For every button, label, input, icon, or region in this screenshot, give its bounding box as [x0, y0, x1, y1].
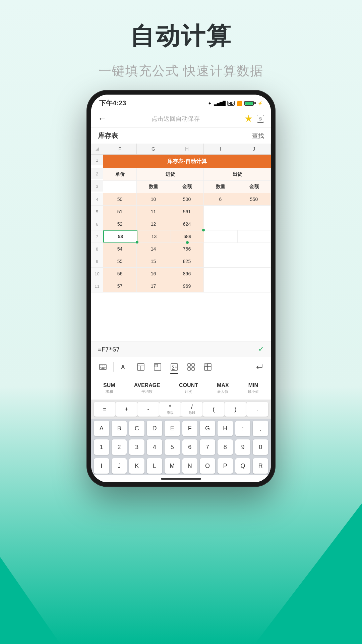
cell-J7[interactable]	[238, 230, 271, 243]
keyboard-toggle-button[interactable]	[97, 361, 109, 373]
key-C[interactable]: C	[129, 421, 144, 436]
func-sum-button[interactable]: SUM 求和	[98, 380, 121, 396]
cell-I9[interactable]	[204, 255, 237, 267]
key-A[interactable]: A	[94, 421, 109, 436]
formula-function-button[interactable]: ∑÷	[168, 361, 181, 373]
back-button[interactable]: ←	[98, 113, 107, 124]
op-plus-button[interactable]: +	[116, 402, 137, 417]
cell-H9[interactable]: 825	[170, 255, 204, 267]
key-4[interactable]: 4	[147, 439, 162, 455]
cell-J9[interactable]	[237, 255, 271, 267]
key-O[interactable]: O	[200, 458, 215, 474]
key-I[interactable]: I	[94, 458, 109, 474]
subheader-amt-in: 金额	[170, 181, 204, 193]
key-H[interactable]: H	[218, 421, 233, 436]
func-max-button[interactable]: MAX 最大值	[212, 380, 234, 396]
cell-J8[interactable]	[237, 243, 271, 255]
key-Q[interactable]: Q	[235, 458, 251, 474]
cell-I7[interactable]	[204, 230, 237, 243]
cell-H10[interactable]: 896	[170, 268, 204, 280]
op-rparen-button[interactable]: )	[225, 402, 246, 417]
cell-F10[interactable]: 56	[103, 268, 137, 280]
key-colon[interactable]: :	[235, 421, 251, 436]
op-divide-button[interactable]: / 除以	[181, 402, 203, 417]
cell-G10[interactable]: 16	[137, 268, 170, 280]
cell-H4[interactable]: 500	[170, 193, 204, 205]
key-J[interactable]: J	[112, 458, 127, 474]
cell-H7[interactable]: 689	[171, 230, 204, 243]
cell-F6[interactable]: 52	[103, 218, 137, 230]
key-8[interactable]: 8	[218, 439, 233, 455]
cell-G9[interactable]: 15	[137, 255, 170, 267]
cell-I10[interactable]	[204, 268, 237, 280]
key-E[interactable]: E	[165, 421, 180, 436]
freeze-button[interactable]	[201, 361, 214, 373]
cell-F8[interactable]: 54	[103, 243, 137, 255]
key-1[interactable]: 1	[94, 439, 109, 455]
cell-G8[interactable]: 14	[137, 243, 170, 255]
cell-F9[interactable]: 55	[103, 255, 137, 267]
key-F[interactable]: F	[182, 421, 198, 436]
cell-G5[interactable]: 11	[137, 206, 170, 218]
wifi-icon: 📶	[237, 101, 242, 106]
key-K[interactable]: K	[129, 458, 144, 474]
key-G[interactable]: G	[200, 421, 215, 436]
cell-I11[interactable]	[204, 280, 237, 292]
key-R[interactable]: R	[253, 458, 268, 474]
cell-I5[interactable]	[204, 206, 237, 218]
func-average-button[interactable]: AVERAGE 平均数	[129, 380, 166, 396]
cell-format-button[interactable]	[151, 361, 164, 373]
cell-F5[interactable]: 51	[103, 206, 137, 218]
key-3[interactable]: 3	[129, 439, 144, 455]
cell-J10[interactable]	[237, 268, 271, 280]
formula-text[interactable]: =F7*G7	[98, 346, 120, 353]
cell-F7[interactable]: 53	[103, 230, 137, 243]
text-format-button[interactable]: A ↑	[118, 361, 130, 373]
cell-H5[interactable]: 561	[170, 206, 204, 218]
cell-F4[interactable]: 50	[103, 193, 137, 205]
cell-J6[interactable]	[237, 218, 271, 230]
op-lparen-button[interactable]: (	[203, 402, 225, 417]
key-N[interactable]: N	[182, 458, 198, 474]
cell-H6[interactable]: 624	[170, 218, 204, 230]
cell-J11[interactable]	[237, 280, 271, 292]
op-multiply-button[interactable]: * 乘以	[159, 402, 181, 417]
cell-I4[interactable]: 6	[204, 193, 237, 205]
key-9[interactable]: 9	[235, 439, 251, 455]
key-D[interactable]: D	[147, 421, 162, 436]
table-format-button[interactable]	[134, 361, 147, 373]
enter-button[interactable]	[253, 361, 265, 373]
cell-I6[interactable]	[204, 218, 237, 230]
cell-G4[interactable]: 10	[137, 193, 170, 205]
cell-H11[interactable]: 969	[170, 280, 204, 292]
share-button[interactable]: ⎋	[257, 115, 264, 123]
op-minus-button[interactable]: -	[137, 402, 159, 417]
cell-I8[interactable]	[204, 243, 237, 255]
key-B[interactable]: B	[112, 421, 127, 436]
cell-G6[interactable]: 12	[137, 218, 170, 230]
key-7[interactable]: 7	[200, 439, 215, 455]
key-L[interactable]: L	[147, 458, 162, 474]
phone-screen: 下午4:23 ✦ ▂▄▆█ HD 📶 ⚡ ←	[91, 95, 271, 482]
key-6[interactable]: 6	[182, 439, 198, 455]
formula-confirm-button[interactable]: ✓	[258, 345, 264, 354]
key-P[interactable]: P	[218, 458, 233, 474]
op-dot-button[interactable]: .	[246, 402, 268, 417]
func-count-button[interactable]: COUNT 计次	[174, 380, 203, 396]
grid-button[interactable]	[185, 361, 197, 373]
key-comma[interactable]: ,	[253, 421, 268, 436]
cell-H8[interactable]: 756	[170, 243, 204, 255]
op-equals-button[interactable]: =	[94, 402, 116, 417]
star-button[interactable]: ★	[244, 113, 253, 124]
cell-G7[interactable]: 13	[137, 230, 171, 243]
key-5[interactable]: 5	[165, 439, 180, 455]
cell-J5[interactable]	[237, 206, 271, 218]
cell-J4[interactable]: 550	[237, 193, 271, 205]
key-2[interactable]: 2	[112, 439, 127, 455]
find-button[interactable]: 查找	[252, 132, 264, 140]
key-0[interactable]: 0	[253, 439, 268, 455]
cell-F11[interactable]: 57	[103, 280, 137, 292]
func-min-button[interactable]: MIN 最小值	[242, 380, 264, 396]
key-M[interactable]: M	[165, 458, 180, 474]
cell-G11[interactable]: 17	[137, 280, 170, 292]
